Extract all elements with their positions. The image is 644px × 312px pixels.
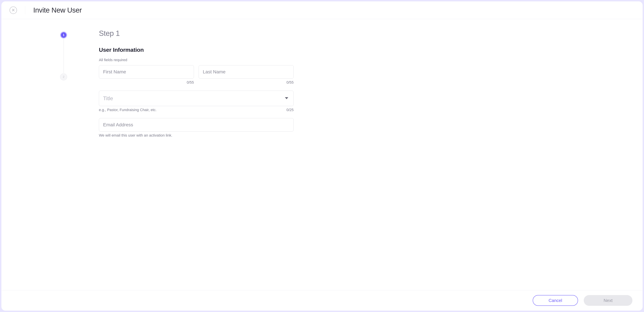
last-name-counter: 0/55 xyxy=(286,80,294,85)
title-row: Title e.g., Pastor, Fundraising Chair, e… xyxy=(99,91,294,112)
title-group: Title e.g., Pastor, Fundraising Chair, e… xyxy=(99,91,294,112)
first-name-helper-row: 0/55 xyxy=(99,80,194,85)
modal-footer: Cancel Next xyxy=(2,290,642,311)
title-select[interactable]: Title xyxy=(99,91,294,106)
required-note: All fields required xyxy=(99,58,294,62)
modal-title: Invite New User xyxy=(33,6,82,14)
modal-header: Invite New User xyxy=(2,1,642,19)
header-divider xyxy=(25,6,25,14)
last-name-helper-row: 0/55 xyxy=(198,80,294,85)
form-area: Step 1 User Information All fields requi… xyxy=(92,29,300,290)
step-title: Step 1 xyxy=(99,29,294,37)
last-name-input[interactable] xyxy=(198,65,294,79)
invite-user-modal: Invite New User 1 2 Step 1 User Informat… xyxy=(1,1,643,311)
first-name-counter: 0/55 xyxy=(187,80,194,85)
close-icon xyxy=(12,8,15,12)
first-name-input[interactable] xyxy=(99,65,194,79)
email-helper: We will email this user with an activati… xyxy=(99,133,172,138)
close-button[interactable] xyxy=(10,6,17,14)
step-connector xyxy=(64,39,64,73)
title-counter: 0/25 xyxy=(286,108,294,112)
last-name-group: 0/55 xyxy=(198,65,294,85)
title-select-wrapper: Title xyxy=(99,91,294,106)
email-helper-row: We will email this user with an activati… xyxy=(99,133,294,138)
cancel-button[interactable]: Cancel xyxy=(533,295,578,306)
name-row: 0/55 0/55 xyxy=(99,65,294,85)
step-2-indicator: 2 xyxy=(60,73,67,80)
email-row: We will email this user with an activati… xyxy=(99,118,294,138)
email-group: We will email this user with an activati… xyxy=(99,118,294,138)
title-helper: e.g., Pastor, Fundraising Chair, etc. xyxy=(99,108,157,112)
email-input[interactable] xyxy=(99,118,294,132)
first-name-group: 0/55 xyxy=(99,65,194,85)
section-title: User Information xyxy=(99,47,294,53)
title-helper-row: e.g., Pastor, Fundraising Chair, etc. 0/… xyxy=(99,108,294,112)
step-1-indicator: 1 xyxy=(60,31,67,38)
stepper: 1 2 xyxy=(2,29,92,290)
modal-body: 1 2 Step 1 User Information All fields r… xyxy=(2,19,642,290)
next-button[interactable]: Next xyxy=(584,295,632,306)
